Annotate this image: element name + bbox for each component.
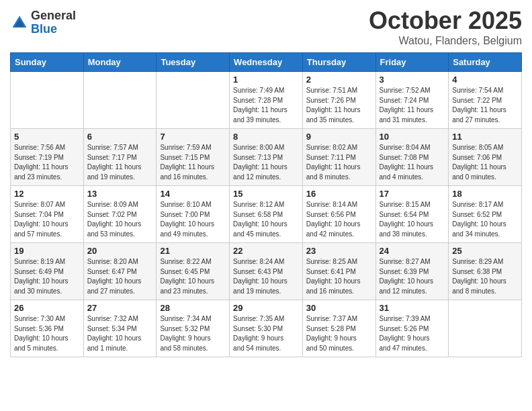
page-header: General Blue October 2025 Watou, Flander… [10, 7, 522, 47]
table-row: 4Sunrise: 7:54 AM Sunset: 7:22 PM Daylig… [449, 72, 522, 129]
day-info: Sunrise: 8:15 AM Sunset: 6:54 PM Dayligh… [380, 200, 445, 239]
day-info: Sunrise: 8:24 AM Sunset: 6:43 PM Dayligh… [233, 257, 299, 296]
logo: General Blue [10, 9, 76, 36]
day-number: 6 [87, 132, 153, 142]
table-row: 7Sunrise: 7:59 AM Sunset: 7:15 PM Daylig… [157, 129, 230, 186]
table-row: 11Sunrise: 8:05 AM Sunset: 7:06 PM Dayli… [449, 129, 522, 186]
col-friday: Friday [375, 53, 449, 72]
logo-icon [10, 13, 29, 32]
day-number: 13 [87, 189, 153, 199]
table-row: 13Sunrise: 8:09 AM Sunset: 7:02 PM Dayli… [83, 186, 157, 243]
table-row: 31Sunrise: 7:39 AM Sunset: 5:26 PM Dayli… [375, 300, 449, 357]
day-number: 12 [14, 189, 80, 199]
day-number: 4 [452, 75, 518, 85]
calendar-week-row: 26Sunrise: 7:30 AM Sunset: 5:36 PM Dayli… [11, 300, 522, 357]
calendar-week-row: 1Sunrise: 7:49 AM Sunset: 7:28 PM Daylig… [11, 72, 522, 129]
day-number: 31 [380, 303, 445, 313]
table-row: 26Sunrise: 7:30 AM Sunset: 5:36 PM Dayli… [11, 300, 84, 357]
day-number: 15 [233, 189, 299, 199]
month-title: October 2025 [369, 7, 522, 35]
day-number: 14 [160, 189, 226, 199]
day-info: Sunrise: 7:37 AM Sunset: 5:28 PM Dayligh… [306, 314, 372, 353]
table-row: 27Sunrise: 7:32 AM Sunset: 5:34 PM Dayli… [83, 300, 157, 357]
location: Watou, Flanders, Belgium [369, 35, 522, 47]
logo-blue: Blue [31, 23, 76, 36]
day-info: Sunrise: 8:00 AM Sunset: 7:13 PM Dayligh… [233, 143, 299, 182]
col-wednesday: Wednesday [230, 53, 303, 72]
table-row: 19Sunrise: 8:19 AM Sunset: 6:49 PM Dayli… [11, 243, 84, 300]
table-row [83, 72, 157, 129]
day-info: Sunrise: 8:07 AM Sunset: 7:04 PM Dayligh… [14, 200, 80, 239]
day-number: 24 [380, 246, 445, 256]
table-row [157, 72, 230, 129]
col-thursday: Thursday [302, 53, 375, 72]
day-number: 29 [233, 303, 299, 313]
table-row: 15Sunrise: 8:12 AM Sunset: 6:58 PM Dayli… [230, 186, 303, 243]
table-row: 5Sunrise: 7:56 AM Sunset: 7:19 PM Daylig… [11, 129, 84, 186]
table-row: 6Sunrise: 7:57 AM Sunset: 7:17 PM Daylig… [83, 129, 157, 186]
day-number: 7 [160, 132, 226, 142]
day-info: Sunrise: 7:35 AM Sunset: 5:30 PM Dayligh… [233, 314, 299, 353]
day-number: 20 [87, 246, 153, 256]
table-row: 3Sunrise: 7:52 AM Sunset: 7:24 PM Daylig… [375, 72, 449, 129]
day-number: 17 [380, 189, 445, 199]
table-row: 10Sunrise: 8:04 AM Sunset: 7:08 PM Dayli… [375, 129, 449, 186]
day-info: Sunrise: 8:02 AM Sunset: 7:11 PM Dayligh… [306, 143, 372, 182]
day-info: Sunrise: 8:29 AM Sunset: 6:38 PM Dayligh… [452, 257, 518, 296]
col-monday: Monday [83, 53, 157, 72]
day-info: Sunrise: 7:56 AM Sunset: 7:19 PM Dayligh… [14, 143, 80, 182]
table-row: 29Sunrise: 7:35 AM Sunset: 5:30 PM Dayli… [230, 300, 303, 357]
day-info: Sunrise: 8:17 AM Sunset: 6:52 PM Dayligh… [452, 200, 518, 239]
day-number: 23 [306, 246, 372, 256]
table-row: 22Sunrise: 8:24 AM Sunset: 6:43 PM Dayli… [230, 243, 303, 300]
day-number: 2 [306, 75, 372, 85]
table-row: 8Sunrise: 8:00 AM Sunset: 7:13 PM Daylig… [230, 129, 303, 186]
day-number: 21 [160, 246, 226, 256]
day-info: Sunrise: 8:14 AM Sunset: 6:56 PM Dayligh… [306, 200, 372, 239]
table-row [11, 72, 84, 129]
day-number: 18 [452, 189, 518, 199]
table-row: 20Sunrise: 8:20 AM Sunset: 6:47 PM Dayli… [83, 243, 157, 300]
day-info: Sunrise: 8:04 AM Sunset: 7:08 PM Dayligh… [380, 143, 445, 182]
day-info: Sunrise: 8:12 AM Sunset: 6:58 PM Dayligh… [233, 200, 299, 239]
day-number: 22 [233, 246, 299, 256]
day-info: Sunrise: 8:19 AM Sunset: 6:49 PM Dayligh… [14, 257, 80, 296]
calendar-table: Sunday Monday Tuesday Wednesday Thursday… [10, 52, 522, 357]
day-number: 5 [14, 132, 80, 142]
day-info: Sunrise: 7:32 AM Sunset: 5:34 PM Dayligh… [87, 314, 153, 353]
day-number: 19 [14, 246, 80, 256]
calendar-week-row: 19Sunrise: 8:19 AM Sunset: 6:49 PM Dayli… [11, 243, 522, 300]
day-info: Sunrise: 8:22 AM Sunset: 6:45 PM Dayligh… [160, 257, 226, 296]
day-info: Sunrise: 8:05 AM Sunset: 7:06 PM Dayligh… [452, 143, 518, 182]
day-info: Sunrise: 7:51 AM Sunset: 7:26 PM Dayligh… [306, 86, 372, 125]
day-info: Sunrise: 8:20 AM Sunset: 6:47 PM Dayligh… [87, 257, 153, 296]
col-tuesday: Tuesday [157, 53, 230, 72]
day-number: 10 [380, 132, 445, 142]
day-number: 1 [233, 75, 299, 85]
day-info: Sunrise: 8:25 AM Sunset: 6:41 PM Dayligh… [306, 257, 372, 296]
day-number: 25 [452, 246, 518, 256]
day-number: 3 [380, 75, 445, 85]
day-number: 26 [14, 303, 80, 313]
table-row: 21Sunrise: 8:22 AM Sunset: 6:45 PM Dayli… [157, 243, 230, 300]
day-info: Sunrise: 7:39 AM Sunset: 5:26 PM Dayligh… [380, 314, 445, 353]
day-number: 27 [87, 303, 153, 313]
day-info: Sunrise: 8:27 AM Sunset: 6:39 PM Dayligh… [380, 257, 445, 296]
table-row: 12Sunrise: 8:07 AM Sunset: 7:04 PM Dayli… [11, 186, 84, 243]
day-number: 28 [160, 303, 226, 313]
table-row: 30Sunrise: 7:37 AM Sunset: 5:28 PM Dayli… [302, 300, 375, 357]
day-info: Sunrise: 7:52 AM Sunset: 7:24 PM Dayligh… [380, 86, 445, 125]
calendar-header-row: Sunday Monday Tuesday Wednesday Thursday… [11, 53, 522, 72]
calendar-week-row: 12Sunrise: 8:07 AM Sunset: 7:04 PM Dayli… [11, 186, 522, 243]
logo-general: General [31, 9, 76, 23]
day-info: Sunrise: 7:30 AM Sunset: 5:36 PM Dayligh… [14, 314, 80, 353]
day-number: 9 [306, 132, 372, 142]
table-row: 28Sunrise: 7:34 AM Sunset: 5:32 PM Dayli… [157, 300, 230, 357]
col-saturday: Saturday [449, 53, 522, 72]
title-area: October 2025 Watou, Flanders, Belgium [369, 7, 522, 47]
table-row: 9Sunrise: 8:02 AM Sunset: 7:11 PM Daylig… [302, 129, 375, 186]
day-number: 11 [452, 132, 518, 142]
table-row: 16Sunrise: 8:14 AM Sunset: 6:56 PM Dayli… [302, 186, 375, 243]
table-row: 1Sunrise: 7:49 AM Sunset: 7:28 PM Daylig… [230, 72, 303, 129]
table-row: 18Sunrise: 8:17 AM Sunset: 6:52 PM Dayli… [449, 186, 522, 243]
